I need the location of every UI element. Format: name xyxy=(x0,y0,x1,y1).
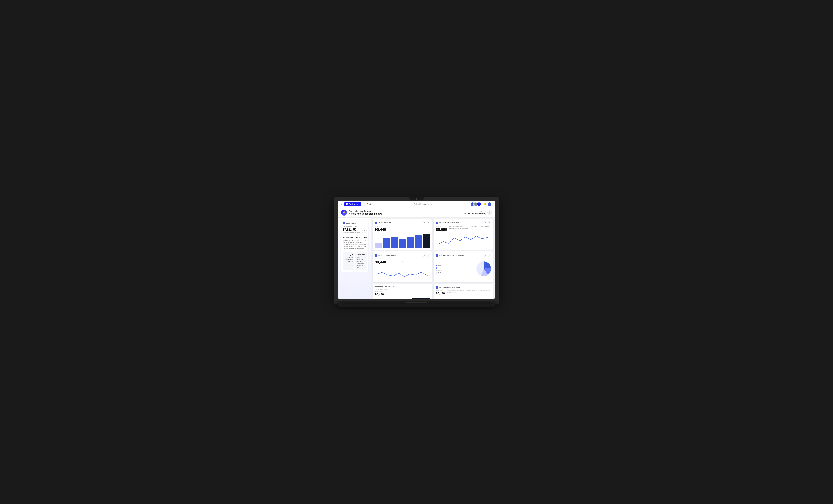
perf-line-svg xyxy=(436,234,491,247)
perf2-metric-value: 90,440 xyxy=(375,293,430,296)
car-dist-title: CAR DISTRIBUTION BY COMPANY xyxy=(439,255,466,256)
car-dist-actions: ↺ ✕ xyxy=(484,254,491,257)
avg-price-title-group: ✓ AVARAGE PRICE xyxy=(375,222,391,224)
date-value: 23rd October, Wednesyday xyxy=(462,212,486,215)
perf-line-chart xyxy=(436,234,491,248)
chat-icon: ○ xyxy=(365,203,366,205)
greeting-left: ⚡ Good Morning, Zakeer Here is how thing… xyxy=(341,210,382,216)
sales-line-chart xyxy=(375,267,430,280)
perf-refresh-button[interactable]: ↺ xyxy=(484,221,487,224)
perf2-title-group: PERFORMANCE SUMMARY xyxy=(375,286,396,288)
avg-price-header: ✓ AVARAGE PRICE ↺ ✕ xyxy=(375,221,430,224)
growth-header: Monthly sales growth 5% xyxy=(343,236,366,238)
lightning-icon: ⚡ xyxy=(342,211,346,215)
perf3-metric-label: for all time xyxy=(436,290,445,292)
avg-sale-value: $7,621,.50 xyxy=(343,228,360,231)
legend-dot-4 xyxy=(436,272,437,274)
perf-summary-actions: ↺ ✕ xyxy=(484,221,491,224)
car-dist-icon: ✓ xyxy=(436,254,438,257)
ai-insights-icon: ✓ xyxy=(343,222,345,224)
arrow-button[interactable]: ↗ xyxy=(361,228,366,233)
greeting-icon: ⚡ xyxy=(341,210,347,216)
legend-label-1: one xyxy=(438,265,441,267)
close-button[interactable]: ✕ xyxy=(427,221,430,224)
greeting-line1: Good Morning, Zakeer xyxy=(349,210,382,212)
bar-6 xyxy=(415,235,422,248)
avg-sale-block: Avarage sale value $7,621,.50 $250.50 le… xyxy=(343,226,366,235)
check-icon2: ✓ xyxy=(436,222,438,224)
ai-insights-header: ✓ AI INSIGHTS xyxy=(343,222,366,224)
new-tab-button[interactable]: + xyxy=(374,203,376,206)
share-avatar[interactable]: ⇧ xyxy=(477,202,481,206)
refresh-button[interactable]: ↺ xyxy=(423,221,426,224)
check-icon4: ✓ xyxy=(436,255,438,256)
bar-3 xyxy=(391,237,398,248)
legend-label-4: four xyxy=(438,272,441,274)
legend-dot-1 xyxy=(436,265,437,267)
tab-dashboard[interactable]: ⊞ Dashboard xyxy=(344,202,361,206)
avg-sale-label: Avarage sale value xyxy=(343,226,366,228)
legend-dot-2 xyxy=(436,267,437,269)
avg-price-metric-label: for all time xyxy=(375,226,430,227)
laptop-hinge xyxy=(406,302,427,303)
greeting-line2: Here is how things stand today! xyxy=(349,212,382,215)
perf-summary3-card: ✓ PERFORMANCE SUMMARY for all time 90,44… xyxy=(434,284,493,299)
pie-svg xyxy=(476,261,491,276)
nav-back-icon[interactable]: « xyxy=(341,203,342,205)
legend-item-4: four xyxy=(436,272,442,274)
user-avatar[interactable] xyxy=(487,202,492,206)
charts-area: ✓ AVARAGE PRICE ↺ ✕ for all time 90,440 xyxy=(371,218,495,299)
sales-close-button[interactable]: ✕ xyxy=(427,254,430,257)
growth-block: Monthly sales growth 5% Over the past si… xyxy=(343,236,366,251)
legend-dot-3 xyxy=(436,270,437,271)
greeting-text: Good Morning, Zakeer Here is how things … xyxy=(349,210,382,215)
avg-price-metric-value: 90,440 xyxy=(375,228,430,232)
perf3-desc: Predicted values were off by 43.6 compar… xyxy=(447,290,491,295)
perf2-title: PERFORMANCE SUMMARY xyxy=(375,286,396,288)
laptop-base xyxy=(338,304,495,307)
legend-item-3: three xyxy=(436,270,442,271)
sales-perf-actions: ↺ ✕ xyxy=(423,254,430,257)
sales-line-svg xyxy=(375,267,430,280)
car-close-button[interactable]: ✕ xyxy=(488,254,491,257)
perf-summary2-card: PERFORMANCE SUMMARY Last Update 2min ago… xyxy=(373,284,432,299)
perf3-metric-value: 90,440 xyxy=(436,292,445,295)
avg-price-actions: ↺ ✕ xyxy=(423,221,430,224)
screen: « ⊞ Dashboard ○ Chat + Sales Data analyt… xyxy=(338,201,495,299)
car-distribution-card: ✓ CAR DISTRIBUTION BY COMPANY ↺ ✕ xyxy=(434,251,493,282)
sales-refresh-button[interactable]: ↺ xyxy=(423,254,426,257)
growth-title: Monthly sales growth xyxy=(343,236,359,238)
bar-4 xyxy=(399,240,406,248)
screen-bezel: « ⊞ Dashboard ○ Chat + Sales Data analyt… xyxy=(334,197,499,301)
perf2-header: PERFORMANCE SUMMARY xyxy=(375,286,430,288)
body-area: ✓ AI INSIGHTS Avarage sale value $7,621,… xyxy=(338,218,495,299)
topbar-right: ⇧ 🔔 xyxy=(470,202,492,206)
check-icon: ✓ xyxy=(376,222,377,224)
topbar: « ⊞ Dashboard ○ Chat + Sales Data analyt… xyxy=(338,201,495,208)
avg-price-bar-chart xyxy=(375,233,430,248)
performance-summary-card: ✓ PERFORMANCE SUMMARY ↺ ✕ for all time xyxy=(434,219,493,250)
notification-button[interactable]: 🔔 xyxy=(483,202,487,206)
perf-close-button[interactable]: ✕ xyxy=(488,221,491,224)
perf-summary-header: ✓ PERFORMANCE SUMMARY ↺ ✕ xyxy=(436,221,491,224)
laptop-notch xyxy=(409,197,424,200)
greeting-prefix: Good Morning, xyxy=(349,210,364,212)
topbar-left: « ⊞ Dashboard ○ Chat + xyxy=(341,202,376,206)
sales-perf-title: SALES PERFORMANCE xyxy=(378,255,396,256)
download-button[interactable]: ↓ xyxy=(487,210,492,215)
laptop-camera xyxy=(416,198,417,200)
perf3-title-group: ✓ PERFORMANCE SUMMARY xyxy=(436,286,460,289)
legend-item-1: one xyxy=(436,265,442,267)
dashboard-icon: ⊞ xyxy=(346,203,348,205)
sales-perf-icon: ✓ xyxy=(375,254,377,257)
mini-card-revenue-label: Revenue xyxy=(357,254,365,256)
bar-2 xyxy=(383,238,390,248)
sales-perf-header: ✓ SALES PERFORMANCE ↺ ✕ xyxy=(375,254,430,257)
mini-card-revenue-text: Since yesterday your sales have been inc… xyxy=(357,256,365,269)
mini-card-arabic: نمو منذ أمس، زادت مبيعاتك بنسبة 5% xyxy=(343,252,354,270)
car-refresh-button[interactable]: ↺ xyxy=(484,254,487,257)
perf2-metric-label: for all time xyxy=(375,291,430,293)
car-dist-title-group: ✓ CAR DISTRIBUTION BY COMPANY xyxy=(436,254,466,257)
growth-desc: Over the past six months, there has been… xyxy=(343,239,366,249)
tab-chat[interactable]: ○ Chat xyxy=(363,202,373,206)
